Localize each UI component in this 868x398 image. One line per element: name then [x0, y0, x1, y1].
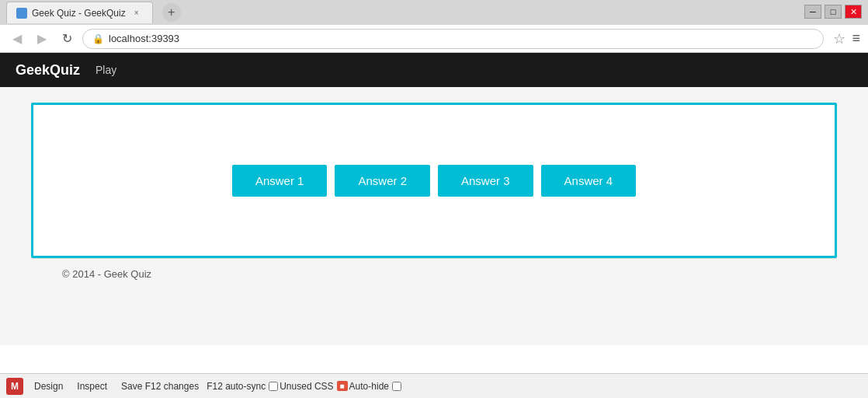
page-body: GeekQuiz Play Answer 1 Answer 2 Answer 3…: [0, 53, 868, 345]
inspect-button[interactable]: Inspect: [71, 379, 113, 393]
url-bar[interactable]: 🔒 localhost:39393: [82, 29, 824, 49]
url-lock-icon: 🔒: [92, 33, 104, 44]
f12-autosync-checkbox[interactable]: [269, 382, 278, 391]
unused-css-badge: ■: [337, 381, 348, 391]
address-bar: ◀ ▶ ↻ 🔒 localhost:39393 ☆ ≡: [0, 25, 868, 53]
minimize-button[interactable]: ─: [804, 5, 821, 19]
design-button[interactable]: Design: [28, 379, 69, 393]
dev-toolbar: M Design Inspect Save F12 changes F12 au…: [0, 373, 868, 398]
tab-title: Geek Quiz - GeekQuiz: [32, 8, 126, 19]
auto-hide-label: Auto-hide: [349, 381, 389, 392]
browser-window: Geek Quiz - GeekQuiz × + ─ □ ✕ ◀ ▶ ↻ 🔒 l…: [0, 0, 868, 398]
answer-3-button[interactable]: Answer 3: [438, 165, 533, 197]
answer-4-button[interactable]: Answer 4: [541, 165, 637, 197]
browser-menu-button[interactable]: ≡: [852, 30, 860, 47]
dev-logo: M: [6, 378, 23, 395]
main-content: Answer 1 Answer 2 Answer 3 Answer 4 © 20…: [0, 87, 868, 305]
footer: © 2014 - Geek Quiz: [31, 258, 837, 289]
window-controls: ─ □ ✕: [804, 5, 862, 19]
title-bar: Geek Quiz - GeekQuiz × + ─ □ ✕: [0, 0, 868, 25]
f12-autosync-label: F12 auto-sync: [207, 381, 266, 392]
nav-link-play[interactable]: Play: [95, 64, 116, 76]
answer-2-button[interactable]: Answer 2: [335, 165, 430, 197]
footer-text: © 2014 - Geek Quiz: [62, 268, 151, 280]
auto-hide-checkbox[interactable]: [392, 382, 401, 391]
bookmark-button[interactable]: ☆: [833, 30, 845, 47]
answers-row: Answer 1 Answer 2 Answer 3 Answer 4: [232, 165, 636, 197]
navigation-bar: GeekQuiz Play: [0, 53, 868, 87]
maximize-button[interactable]: □: [825, 5, 842, 19]
close-button[interactable]: ✕: [845, 5, 862, 19]
save-f12-button[interactable]: Save F12 changes: [115, 379, 205, 393]
unused-css-toggle[interactable]: Unused CSS ■: [279, 381, 347, 392]
quiz-container: Answer 1 Answer 2 Answer 3 Answer 4: [31, 103, 837, 258]
brand-logo[interactable]: GeekQuiz: [16, 62, 80, 79]
answer-1-button[interactable]: Answer 1: [232, 165, 328, 197]
refresh-button[interactable]: ↻: [57, 30, 76, 48]
new-tab-button[interactable]: +: [162, 3, 181, 22]
f12-autosync-toggle[interactable]: F12 auto-sync: [207, 381, 278, 392]
tab-close-button[interactable]: ×: [130, 7, 143, 19]
browser-tab[interactable]: Geek Quiz - GeekQuiz ×: [6, 2, 153, 23]
unused-css-label: Unused CSS: [279, 381, 333, 392]
url-text: localhost:39393: [109, 33, 179, 44]
back-button[interactable]: ◀: [8, 30, 26, 48]
tab-favicon: [16, 8, 27, 19]
auto-hide-toggle[interactable]: Auto-hide: [349, 381, 401, 392]
forward-button[interactable]: ▶: [33, 30, 51, 48]
